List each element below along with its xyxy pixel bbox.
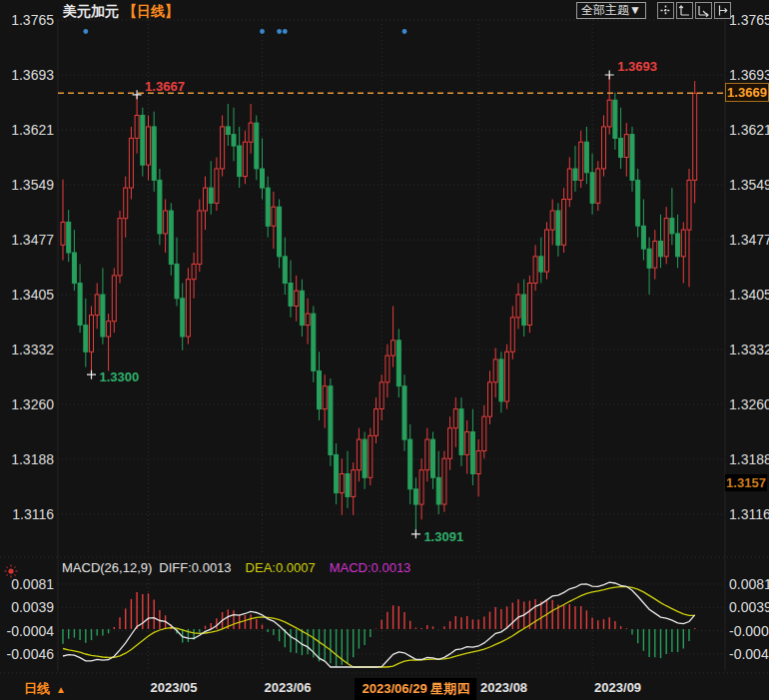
price-axis-label-left: 1.3477	[2, 232, 54, 248]
date-axis-label: 2023/08	[480, 680, 527, 695]
markers-layer	[83, 29, 613, 538]
price-axis-label-right: 1.3549	[729, 177, 769, 193]
price-annotation-low: 1.3091	[423, 529, 463, 544]
price-axis-label-left: 1.3116	[2, 506, 54, 522]
macd-axis-label-right: -0.0046	[729, 646, 769, 662]
x-axis-zoom-icon[interactable]	[695, 2, 712, 19]
price-axis-label-right: 1.3116	[729, 506, 769, 522]
period-selector[interactable]: 日线▲	[24, 680, 66, 698]
price-axis-label-left: 1.3405	[2, 287, 54, 303]
macd-params-label: MACD(26,12,9)	[62, 560, 152, 575]
symbol-title: 美元加元 【日线】	[63, 3, 179, 21]
selected-date-badge: 2023/06/29 星期四	[356, 678, 477, 700]
macd-diff-value: DIFF:0.0013	[159, 560, 231, 575]
macd-bar-value: MACD:0.0013	[330, 560, 411, 575]
price-annotation-high: 1.3693	[617, 59, 657, 74]
price-annotation-high: 1.3667	[145, 79, 185, 94]
macd-axis-label-left: 0.0039	[2, 599, 54, 615]
marker-price-box: 1.3157	[725, 474, 767, 491]
theme-button-label: 全部主题	[581, 3, 629, 17]
macd-axis-label-right: 0.0081	[729, 576, 769, 592]
chevron-down-icon: ▼	[629, 3, 641, 17]
price-annotation-low: 1.3300	[100, 369, 140, 384]
period-bracket-label: 【日线】	[123, 3, 179, 19]
price-axis-label-right: 1.3477	[729, 232, 769, 248]
trading-chart-window: 美元加元 【日线】 全部主题▼ 1.37651.37651.36931.3693…	[0, 0, 769, 700]
price-axis-label-left: 1.3332	[2, 342, 54, 357]
current-price-box: 1.3669	[725, 83, 769, 102]
date-axis-label: 2023/09	[594, 680, 641, 695]
macd-layer	[63, 582, 695, 667]
price-axis-label-left: 1.3693	[2, 67, 54, 83]
candles-layer	[58, 75, 725, 534]
macd-axis-label-right: -0.0004	[729, 623, 769, 639]
price-axis-label-left: 1.3188	[2, 451, 54, 467]
macd-indicator-header: MACD(26,12,9)DIFF:0.0013DEA:0.0007MACD:0…	[62, 560, 410, 575]
macd-axis-label-right: 0.0039	[729, 599, 769, 615]
price-axis-label-left: 1.3260	[2, 396, 54, 412]
macd-axis-label-left: -0.0004	[2, 623, 54, 639]
macd-dea-value: DEA:0.0007	[246, 560, 316, 575]
live-indicator-icon	[3, 563, 19, 583]
y-axis-zoom-icon[interactable]	[676, 2, 693, 19]
price-axis-label-right: 1.3188	[729, 451, 769, 467]
price-axis-label-right: 1.3765	[729, 12, 769, 28]
macd-axis-label-left: -0.0046	[2, 646, 54, 662]
price-axis-label-left: 1.3621	[2, 122, 54, 138]
triangle-up-icon: ▲	[56, 684, 66, 695]
symbol-name: 美元加元	[63, 3, 119, 19]
period-label: 日线	[24, 681, 50, 696]
crosshair-move-icon[interactable]	[657, 2, 674, 19]
price-axis-label-right: 1.3621	[729, 122, 769, 138]
price-axis-label-left: 1.3765	[2, 12, 54, 28]
chart-canvas[interactable]	[0, 0, 769, 700]
date-axis-label: 2023/05	[151, 680, 198, 695]
price-axis-label-right: 1.3405	[729, 287, 769, 303]
theme-select-button[interactable]: 全部主题▼	[576, 2, 646, 19]
price-axis-label-right: 1.3693	[729, 67, 769, 83]
date-axis-label: 2023/06	[265, 680, 312, 695]
price-axis-label-right: 1.3260	[729, 396, 769, 412]
price-axis-label-left: 1.3549	[2, 177, 54, 193]
price-axis-label-right: 1.3332	[729, 342, 769, 357]
